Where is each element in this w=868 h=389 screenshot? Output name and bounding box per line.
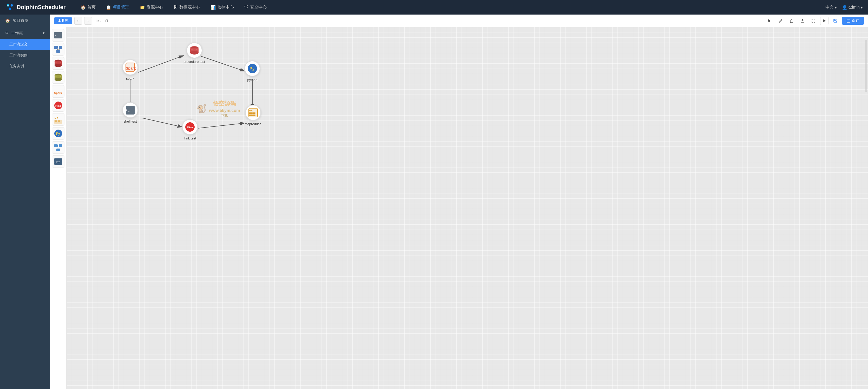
sidebar: 🏠 项目首页 ⚙ 工作流 ▾ 工作流定义 工作流实例 任务实例	[0, 14, 50, 389]
workflow-chevron-icon: ▾	[42, 31, 45, 35]
panel-python-icon[interactable]: Py	[52, 127, 64, 140]
svg-marker-5	[823, 19, 826, 22]
svg-line-41	[199, 56, 245, 71]
svg-line-16	[58, 49, 61, 50]
svg-rect-62	[249, 115, 252, 116]
panel-http-icon[interactable]: HTTP	[52, 155, 64, 168]
svg-text:>_: >_	[126, 108, 130, 112]
procedure-test-icon	[187, 42, 202, 58]
nav-resource[interactable]: 📁 资源中心	[135, 3, 168, 12]
svg-point-48	[190, 51, 198, 55]
home-icon: 🏠	[81, 5, 86, 10]
node-procedure-test[interactable]: procedure test	[184, 42, 205, 64]
svg-point-23	[55, 78, 62, 81]
sidebar-workflow-instance[interactable]: 工作流实例	[0, 50, 50, 61]
vertical-scrollbar[interactable]	[865, 40, 867, 92]
nav-items: 🏠 首页 📋 项目管理 📁 资源中心 🗄 数据源中心 📊 监控中心 🛡 安全中心	[76, 3, 826, 12]
monitor-icon: 📊	[211, 5, 216, 10]
svg-text:MR: MR	[249, 109, 253, 112]
svg-rect-6	[834, 19, 837, 22]
flink-test-label: flink test	[184, 136, 196, 140]
svg-rect-31	[58, 121, 60, 122]
svg-text:Flink: Flink	[55, 105, 61, 107]
python-icon: Py	[245, 61, 260, 76]
app-name: DolphinScheduler	[17, 4, 65, 11]
panel-flink-icon[interactable]: Flink	[52, 99, 64, 112]
svg-point-19	[55, 64, 62, 67]
svg-point-3	[7, 5, 8, 6]
node-shell-test[interactable]: >_ shell test	[122, 102, 138, 123]
sidebar-task-instance[interactable]: 任务实例	[0, 61, 50, 72]
svg-text:HTTP: HTTP	[55, 161, 60, 163]
security-icon: 🛡	[244, 5, 248, 10]
svg-rect-35	[59, 144, 62, 147]
svg-line-45	[198, 123, 245, 128]
nav-monitor[interactable]: 📊 监控中心	[206, 3, 239, 12]
mapreduce-label: mapreduce	[245, 122, 261, 126]
spark-label: spark	[126, 76, 134, 80]
delete-tool[interactable]	[787, 17, 796, 25]
top-nav: DolphinScheduler 🏠 首页 📋 项目管理 📁 资源中心 🗄 数据…	[0, 0, 868, 14]
svg-rect-30	[55, 121, 57, 122]
fullscreen-tool[interactable]	[809, 17, 817, 25]
home-sidebar-icon: 🏠	[5, 19, 10, 23]
svg-text:Py: Py	[249, 66, 255, 71]
mapreduce-icon: MR	[245, 105, 261, 121]
edit-tool[interactable]	[777, 17, 785, 25]
node-mapreduce[interactable]: MR mapreduce	[245, 105, 261, 126]
workflow-name: test	[94, 19, 103, 23]
save-button[interactable]: 保存	[842, 17, 864, 25]
panel-sql-icon[interactable]	[52, 71, 64, 84]
shell-test-icon: >_	[122, 102, 138, 118]
node-python[interactable]: Py python	[245, 61, 260, 82]
nav-project[interactable]: 📋 项目管理	[101, 3, 134, 12]
sidebar-workflow-group[interactable]: ⚙ 工作流 ▾	[0, 27, 50, 39]
logo-icon	[5, 3, 14, 12]
svg-text:Flink: Flink	[187, 126, 194, 129]
svg-rect-9	[847, 19, 850, 22]
upload-tool[interactable]	[798, 17, 807, 25]
save-icon-btn[interactable]	[831, 17, 839, 25]
svg-point-1	[11, 4, 13, 6]
toolbar: 工具栏 ← → test 🗍	[50, 14, 868, 27]
svg-line-43	[142, 118, 182, 127]
run-button[interactable]	[820, 17, 829, 25]
panel-procedure-icon[interactable]	[52, 57, 64, 70]
workflow-canvas[interactable]: procedure test Spark spark >_	[66, 27, 868, 389]
svg-rect-14	[56, 50, 60, 53]
python-label: python	[247, 78, 257, 82]
svg-point-2	[9, 7, 11, 10]
nav-right: 中文 ▾ 👤 admin ▾	[826, 5, 863, 10]
svg-rect-7	[835, 19, 836, 21]
sidebar-workflow-def[interactable]: 工作流定义	[0, 39, 50, 50]
shell-test-label: shell test	[123, 120, 137, 123]
node-spark[interactable]: Spark spark	[122, 60, 138, 80]
cursor-tool[interactable]	[766, 17, 774, 25]
procedure-test-label: procedure test	[184, 60, 205, 64]
svg-text:Spark: Spark	[126, 66, 136, 70]
user-menu[interactable]: 👤 admin ▾	[842, 5, 863, 10]
node-flink-test[interactable]: Flink flink test	[182, 119, 198, 140]
icon-panel: >_	[50, 27, 66, 389]
forward-button[interactable]: →	[84, 17, 92, 25]
app-logo: DolphinScheduler	[5, 3, 65, 12]
svg-rect-12	[54, 46, 58, 49]
panel-subworkflow-icon[interactable]	[52, 43, 64, 56]
sidebar-item-project-home[interactable]: 🏠 项目首页	[0, 14, 50, 27]
watermark: 🐒 悟空源码 www.5kym.com 下载	[196, 100, 240, 118]
user-chevron-icon: ▾	[861, 5, 863, 10]
svg-rect-36	[56, 149, 60, 151]
copy-button[interactable]: 🗍	[105, 19, 109, 23]
spark-icon: Spark	[122, 60, 138, 75]
panel-shell-icon[interactable]: >_	[52, 29, 64, 41]
nav-datasource[interactable]: 🗄 数据源中心	[169, 3, 205, 12]
nav-security[interactable]: 🛡 安全中心	[240, 3, 271, 12]
panel-spark-icon[interactable]: Spark	[52, 85, 64, 98]
panel-dependent-icon[interactable]	[52, 141, 64, 154]
svg-rect-61	[252, 112, 255, 114]
lang-switcher[interactable]: 中文 ▾	[826, 5, 837, 10]
lang-chevron-icon: ▾	[835, 5, 837, 10]
nav-home[interactable]: 🏠 首页	[76, 3, 100, 12]
panel-mr-icon[interactable]: MR	[52, 113, 64, 126]
back-button[interactable]: ←	[74, 17, 82, 25]
